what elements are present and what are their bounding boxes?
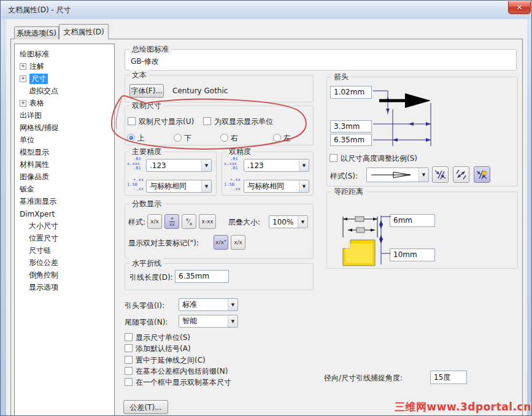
tree-item-chain-dimension[interactable]: 尺寸链 bbox=[29, 245, 51, 256]
tree-item-display-options[interactable]: 显示选项 bbox=[29, 282, 58, 293]
expand-icon[interactable]: + bbox=[20, 75, 26, 82]
primary-unit-precision-dropdown[interactable]: .123 ▼ bbox=[146, 159, 212, 172]
dual-units-checkbox[interactable] bbox=[203, 117, 211, 125]
snap-angle-input[interactable]: 15度 bbox=[430, 371, 467, 384]
tree-item-detailing[interactable]: 出详图 bbox=[20, 110, 42, 121]
overall-standard-label: 总绘图标准 bbox=[129, 44, 171, 55]
radio-top[interactable] bbox=[127, 134, 135, 142]
close-button[interactable]: ✕ bbox=[508, 1, 531, 14]
dual-unit-precision-dropdown[interactable]: .123 ▼ bbox=[244, 159, 309, 172]
tolerance-precision-icon: +.xx1.50-.xx bbox=[224, 178, 241, 192]
overall-standard-value[interactable]: GB-修改 bbox=[131, 56, 159, 67]
include-prefix-in-tolerance-box-checkbox[interactable] bbox=[125, 367, 133, 375]
tree-item-virtual-sharps[interactable]: 虚拟交点 bbox=[29, 86, 58, 96]
chevron-down-icon: ▼ bbox=[201, 160, 211, 171]
offset-second-input[interactable]: 10mm bbox=[390, 248, 435, 261]
tree-item-material-properties[interactable]: 材料属性 bbox=[20, 160, 49, 170]
center-between-extension-lines-checkbox[interactable] bbox=[125, 356, 133, 364]
tolerance-button[interactable]: 公差(T)... bbox=[123, 400, 168, 414]
unit-precision-icon: .01x.xxx.01 bbox=[224, 157, 238, 171]
arrows-smart-icon bbox=[476, 169, 488, 180]
arrows-outside-button[interactable] bbox=[432, 166, 449, 183]
arrow-height-input[interactable]: 1.02mm bbox=[330, 86, 372, 99]
font-name: Century Gothic bbox=[172, 87, 228, 95]
offset-first-input[interactable]: 6mm bbox=[390, 214, 435, 227]
close-icon: ✕ bbox=[516, 3, 522, 12]
tree-item-location-dimension[interactable]: 位置尺寸 bbox=[29, 233, 58, 244]
arrow-style-dropdown[interactable]: ▼ bbox=[366, 168, 429, 182]
expand-icon[interactable]: + bbox=[20, 63, 26, 70]
fraction-style-dash-button[interactable]: x-xx bbox=[199, 214, 216, 229]
chevron-down-icon: ▼ bbox=[299, 160, 309, 171]
tree-item-tables[interactable]: +表格 bbox=[20, 98, 44, 109]
overall-standard-group: 总绘图标准 bbox=[125, 49, 517, 71]
arrows-inside-button[interactable] bbox=[453, 166, 469, 183]
trailing-zero-dropdown[interactable]: 智能 ▼ bbox=[179, 315, 238, 328]
window-title: 文档属性(D) - 尺寸 bbox=[8, 5, 71, 15]
leader-length-input[interactable]: 6.35mm bbox=[175, 270, 229, 283]
tree-item-grid-snap[interactable]: 网格线/捕捉 bbox=[20, 123, 59, 133]
fraction-style-stacked-button[interactable]: xxx bbox=[164, 214, 179, 229]
stack-size-dropdown[interactable]: 100% ▼ bbox=[269, 215, 308, 228]
title-bar[interactable]: 文档属性(D) - 尺寸 ✕ bbox=[1, 1, 531, 19]
fraction-style-diagonal-button[interactable]: x⁄x bbox=[182, 214, 196, 229]
tab-document-properties[interactable]: 文档属性(D) bbox=[59, 24, 109, 39]
dialog-window: 文档属性(D) - 尺寸 ✕ 系统选项(S) 文档属性(D) 绘图标准 +注解 … bbox=[0, 0, 532, 416]
dual-basic-dimension-one-box-checkbox[interactable] bbox=[125, 378, 133, 386]
arrow-length-input[interactable]: 6.35mm bbox=[330, 134, 372, 146]
chevron-down-icon: ▼ bbox=[418, 168, 428, 182]
dual-display-checkbox[interactable] bbox=[128, 117, 136, 125]
unit-precision-icon: .01x.xxx.01 bbox=[127, 157, 141, 171]
add-parentheses-checkbox[interactable] bbox=[125, 344, 133, 352]
arrows-inside-icon bbox=[455, 169, 467, 180]
tree-item-size-dimension[interactable]: 大小尺寸 bbox=[29, 221, 58, 231]
tree-item-image-quality[interactable]: 图像品质 bbox=[20, 172, 49, 182]
radio-right[interactable] bbox=[220, 134, 228, 142]
expand-icon[interactable]: + bbox=[20, 100, 26, 107]
font-button[interactable]: 字体(F)... bbox=[129, 84, 164, 98]
arrows-outside-icon bbox=[434, 169, 446, 180]
chevron-down-icon: ▼ bbox=[298, 216, 307, 228]
show-units-checkbox[interactable] bbox=[125, 333, 133, 341]
tree-item-drawing-standard[interactable]: 绘图标准 bbox=[20, 49, 49, 60]
dual-tolerance-precision-dropdown[interactable]: 与标称相同 ▼ bbox=[244, 180, 309, 193]
tree-item-geometric-tolerance[interactable]: 形位公差 bbox=[29, 258, 58, 268]
settings-tree: 绘图标准 +注解 +尺寸 虚拟交点 +表格 出详图 网格线/捕捉 单位 模型显示… bbox=[14, 44, 115, 416]
tree-item-plane-display[interactable]: 基准面显示 bbox=[20, 196, 56, 207]
tree-item-chamfer-controls[interactable]: 倒角控制 bbox=[29, 270, 58, 280]
watermark: 三维网www.3dportal.cn bbox=[395, 400, 531, 414]
scale-with-dimension-height-checkbox[interactable] bbox=[330, 154, 337, 162]
tree-item-dimensions[interactable]: +尺寸 bbox=[20, 74, 48, 84]
tree-item-dimxpert[interactable]: DimXpert bbox=[20, 209, 55, 219]
arrow-style-preview bbox=[370, 171, 413, 179]
dual-mark-show-button[interactable]: x/x" bbox=[214, 235, 228, 250]
tree-item-model-display[interactable]: 模型显示 bbox=[20, 147, 49, 158]
arrow-width-input[interactable]: 3.3mm bbox=[330, 120, 372, 133]
dual-mark-hide-button[interactable]: x/x bbox=[231, 235, 245, 250]
radio-left[interactable] bbox=[273, 134, 281, 142]
chevron-down-icon: ▼ bbox=[201, 180, 211, 192]
tab-system-options[interactable]: 系统选项(S) bbox=[14, 26, 59, 39]
tree-item-sheet-metal[interactable]: 钣金 bbox=[20, 184, 34, 195]
fraction-style-inline-button[interactable]: x/x bbox=[147, 214, 162, 229]
chevron-down-icon: ▼ bbox=[228, 315, 237, 327]
radio-bottom[interactable] bbox=[174, 134, 182, 142]
primary-tolerance-precision-dropdown[interactable]: 与标称相同 ▼ bbox=[146, 180, 212, 193]
chevron-down-icon: ▼ bbox=[299, 180, 309, 192]
tree-item-annotations[interactable]: +注解 bbox=[20, 61, 44, 72]
leading-zero-dropdown[interactable]: 标准 ▼ bbox=[179, 298, 238, 311]
tree-item-units[interactable]: 单位 bbox=[20, 135, 34, 145]
chevron-down-icon: ▼ bbox=[228, 299, 237, 310]
tolerance-precision-icon: +.xx1.50-.xx bbox=[127, 178, 144, 192]
fraction-display-group: 分数显示 bbox=[125, 204, 314, 259]
arrows-smart-button[interactable] bbox=[474, 166, 490, 183]
